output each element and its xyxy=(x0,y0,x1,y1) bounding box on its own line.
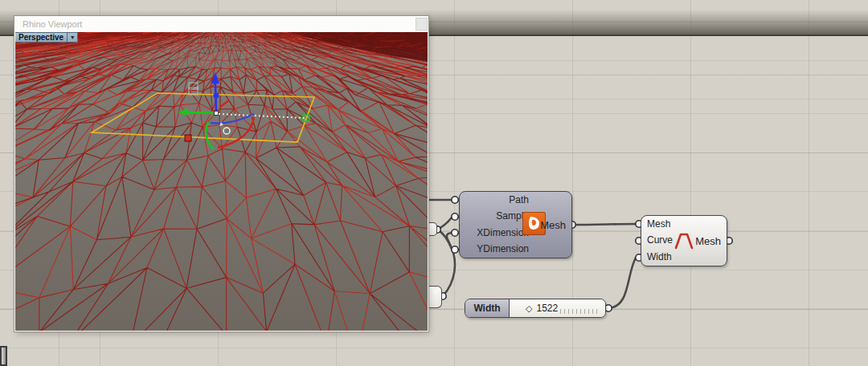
perspective-viewport[interactable]: Perspective ▼ xyxy=(15,32,428,331)
gh-port[interactable] xyxy=(452,230,458,236)
gh-port[interactable] xyxy=(452,197,458,203)
gh-wire xyxy=(572,224,636,225)
gh-port[interactable] xyxy=(605,305,612,311)
rhino-viewport-window[interactable]: Rhino Viewport Perspective ▼ xyxy=(14,16,428,331)
grasshopper-canvas[interactable]: Path Sample XDimension YDimension Mesh M… xyxy=(0,0,868,366)
chevron-down-icon[interactable]: ▼ xyxy=(68,32,78,43)
component-mesh-ribbon[interactable]: Mesh Curve Width Mesh xyxy=(641,215,727,266)
viewport-mode-tab[interactable]: Perspective ▼ xyxy=(15,32,78,43)
input-sample: Sample xyxy=(460,211,529,222)
gh-port[interactable] xyxy=(452,214,458,220)
gh-port[interactable] xyxy=(452,246,458,253)
slider-value: 1522 xyxy=(536,303,558,314)
slider-ticks xyxy=(560,309,599,314)
slider-name: Width xyxy=(465,299,510,317)
input-ydimension: YDimension xyxy=(460,244,529,254)
output-mesh: Mesh xyxy=(540,219,566,231)
input-path: Path xyxy=(460,195,529,205)
input-xdimension: XDimension xyxy=(460,228,529,238)
output-mesh: Mesh xyxy=(695,235,721,247)
viewport-render xyxy=(15,32,428,331)
close-icon[interactable] xyxy=(416,18,428,31)
hidden-slider-end[interactable] xyxy=(428,222,437,236)
window-titlebar[interactable]: Rhino Viewport xyxy=(14,16,428,32)
window-title: Rhino Viewport xyxy=(23,19,82,29)
slider-handle-icon[interactable]: ◇ xyxy=(526,303,532,314)
viewport-mode-label: Perspective xyxy=(15,32,68,43)
width-slider[interactable]: Width ◇ 1522 xyxy=(465,299,606,318)
slider-track[interactable]: ◇ 1522 xyxy=(510,299,605,317)
red-trapezoid-icon xyxy=(674,232,694,250)
component-mesh-sampler[interactable]: Path Sample XDimension YDimension Mesh xyxy=(459,191,572,258)
gh-wire xyxy=(608,258,636,308)
input-width: Width xyxy=(647,252,682,262)
input-mesh: Mesh xyxy=(647,219,682,230)
